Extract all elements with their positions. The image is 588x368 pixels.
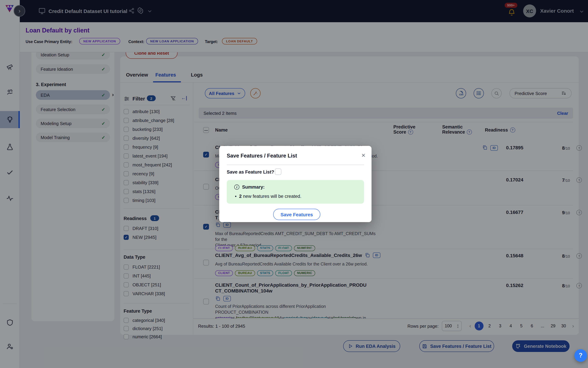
info-icon: i bbox=[234, 184, 239, 190]
save-as-feature-list-label: Save as Feature List? bbox=[227, 169, 274, 175]
summary-title: Summary: bbox=[242, 184, 265, 190]
help-button[interactable]: ? bbox=[574, 349, 587, 362]
close-icon[interactable]: ✕ bbox=[361, 152, 365, 158]
modal-title: Save Features / Feature List bbox=[227, 153, 297, 159]
save-as-feature-list-checkbox[interactable] bbox=[275, 168, 281, 175]
save-features-modal: Save Features / Feature List ✕ Save as F… bbox=[219, 146, 372, 222]
summary-bullet: • 2 new features will be created. bbox=[235, 194, 301, 199]
app-window: Credit Default Dataset UI tutorial 999+ … bbox=[0, 0, 588, 368]
save-features-button[interactable]: Save Features bbox=[273, 209, 320, 220]
summary-box: i Summary: • 2 new features will be crea… bbox=[227, 180, 364, 204]
modal-divider bbox=[227, 165, 364, 165]
